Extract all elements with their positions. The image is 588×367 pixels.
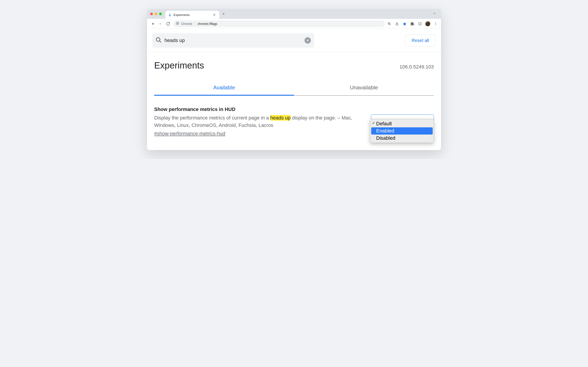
svg-rect-10 bbox=[419, 23, 421, 25]
svg-line-16 bbox=[160, 41, 161, 42]
header-row: Experiments 106.0.5249.103 bbox=[154, 60, 434, 71]
svg-point-13 bbox=[435, 23, 436, 24]
flag-description: Display the performance metrics of curre… bbox=[154, 114, 362, 129]
flask-icon bbox=[168, 13, 172, 17]
menu-dots-icon[interactable] bbox=[433, 22, 438, 26]
tabs-row: Available Unavailable bbox=[154, 81, 434, 96]
svg-point-12 bbox=[435, 23, 436, 23]
tab-strip: Experiments ✕ + bbox=[147, 9, 441, 19]
toolbar-actions bbox=[387, 21, 438, 26]
chrome-icon bbox=[176, 22, 179, 26]
dropdown-option-default[interactable]: Default bbox=[371, 120, 433, 127]
maximize-window-button[interactable] bbox=[159, 13, 162, 15]
dropdown-option-default-label: Default bbox=[376, 121, 392, 126]
flag-title: Show performance metrics in HUD bbox=[154, 107, 362, 112]
flag-text: Show performance metrics in HUD Display … bbox=[154, 107, 362, 137]
reload-button[interactable] bbox=[165, 21, 171, 26]
svg-marker-9 bbox=[403, 22, 406, 25]
close-window-button[interactable] bbox=[150, 13, 153, 15]
page-title: Experiments bbox=[154, 60, 204, 71]
svg-line-5 bbox=[390, 24, 391, 25]
reset-all-label: Reset all bbox=[412, 38, 429, 43]
toolbar: Chrome | chrome://flags bbox=[147, 19, 441, 29]
reset-all-button[interactable]: Reset all bbox=[405, 35, 436, 46]
version-label: 106.0.5249.103 bbox=[400, 64, 434, 70]
dropdown-menu: Default Enabled Disabled bbox=[370, 119, 434, 143]
zoom-icon[interactable] bbox=[387, 22, 392, 26]
flag-item: Show performance metrics in HUD Display … bbox=[154, 107, 434, 137]
bookmark-star-icon[interactable] bbox=[403, 22, 407, 26]
flag-anchor-link[interactable]: #show-performance-metrics-hud bbox=[154, 131, 225, 136]
minimize-window-button[interactable] bbox=[155, 13, 157, 15]
extensions-icon[interactable] bbox=[410, 22, 415, 26]
svg-point-14 bbox=[435, 25, 436, 25]
address-bar[interactable]: Chrome | chrome://flags bbox=[173, 20, 385, 27]
clear-search-button[interactable] bbox=[305, 37, 311, 44]
forward-button[interactable] bbox=[158, 21, 163, 26]
dropdown-option-enabled[interactable]: Enabled bbox=[371, 127, 433, 134]
svg-point-15 bbox=[156, 38, 160, 41]
browser-window: Experiments ✕ + Chrome | chrome://flags bbox=[147, 9, 441, 150]
chevron-down-icon[interactable] bbox=[431, 11, 438, 17]
window-controls bbox=[150, 13, 162, 15]
flag-desc-pre: Display the performance metrics of curre… bbox=[154, 115, 270, 121]
tab-unavailable-label: Unavailable bbox=[350, 84, 378, 91]
tab-unavailable[interactable]: Unavailable bbox=[294, 81, 434, 95]
tab-title: Experiments bbox=[173, 13, 210, 17]
svg-point-3 bbox=[177, 23, 178, 24]
omnibox-chrome-label: Chrome bbox=[181, 22, 192, 25]
search-icon bbox=[155, 37, 162, 44]
search-input[interactable] bbox=[164, 38, 302, 43]
flag-control: Default Enabled Disabled bbox=[371, 107, 434, 137]
sidepanel-icon[interactable] bbox=[418, 22, 422, 26]
tab-available-label: Available bbox=[213, 84, 235, 91]
page-body: Experiments 106.0.5249.103 Available Una… bbox=[147, 52, 441, 150]
search-box[interactable] bbox=[152, 33, 314, 48]
omnibox-url: chrome://flags bbox=[198, 22, 217, 25]
dropdown-option-disabled-label: Disabled bbox=[376, 135, 395, 141]
close-tab-button[interactable]: ✕ bbox=[212, 13, 217, 17]
omnibox-separator: | bbox=[194, 22, 196, 25]
profile-avatar[interactable] bbox=[425, 21, 430, 26]
page-content: Reset all Experiments 106.0.5249.103 Ava… bbox=[147, 29, 441, 150]
page-header-bar: Reset all bbox=[147, 29, 441, 52]
dropdown-option-enabled-label: Enabled bbox=[376, 128, 394, 134]
dropdown-option-disabled[interactable]: Disabled bbox=[371, 134, 433, 142]
browser-tab[interactable]: Experiments ✕ bbox=[165, 11, 219, 19]
share-icon[interactable] bbox=[395, 22, 399, 26]
flag-desc-highlight: heads up bbox=[270, 115, 291, 121]
tab-available[interactable]: Available bbox=[154, 81, 294, 96]
back-button[interactable] bbox=[150, 21, 155, 26]
new-tab-button[interactable]: + bbox=[221, 10, 226, 18]
